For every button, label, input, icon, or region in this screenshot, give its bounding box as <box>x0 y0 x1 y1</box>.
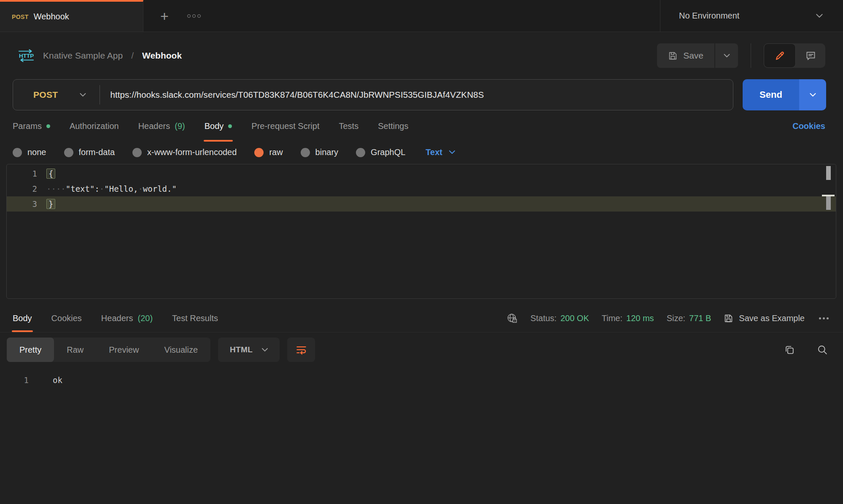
save-button-label: Save <box>683 51 703 61</box>
editor-line-1[interactable]: 1 { <box>7 166 836 181</box>
request-header-row: HTTP Knative Sample App / Webhook Sav <box>0 32 843 79</box>
view-raw[interactable]: Raw <box>54 338 96 362</box>
json-value: "Hello, <box>104 184 138 193</box>
tab-label: Headers <box>101 314 133 323</box>
response-toolbar-right <box>784 344 828 355</box>
method-selector[interactable]: POST <box>13 90 100 100</box>
body-type-none[interactable]: none <box>13 147 46 157</box>
comments-button[interactable] <box>796 43 825 68</box>
line-number: 3 <box>7 199 37 209</box>
editor-scrollbar-thumb[interactable] <box>826 166 831 180</box>
chevron-down-icon <box>262 348 268 352</box>
response-tab-headers[interactable]: Headers (20) <box>101 305 153 332</box>
size-value: 771 B <box>689 314 711 323</box>
response-format-label: HTML <box>230 345 253 354</box>
raw-language-selector[interactable]: Text <box>426 147 455 157</box>
whitespace-dot: · <box>100 184 104 193</box>
code-text: } <box>37 199 55 209</box>
breadcrumb-separator: / <box>131 51 134 61</box>
radio-selected-icon <box>254 148 264 157</box>
editor-line-3-current[interactable]: 3 } <box>7 196 836 212</box>
body-type-x-www-form-urlencoded[interactable]: x-www-form-urlencoded <box>132 147 237 157</box>
tab-settings[interactable]: Settings <box>378 110 408 142</box>
response-tab-test-results[interactable]: Test Results <box>172 305 218 332</box>
save-options-button[interactable] <box>715 43 738 68</box>
view-preview[interactable]: Preview <box>96 338 151 362</box>
tab-tests[interactable]: Tests <box>339 110 358 142</box>
http-request-icon: HTTP <box>18 49 35 62</box>
code-text: ····"text":·"Hello,·world." <box>37 184 177 193</box>
response-tab-cookies[interactable]: Cookies <box>51 305 82 332</box>
wrap-lines-icon <box>296 345 307 355</box>
whitespace-dots: ···· <box>46 184 66 193</box>
whitespace-dot: · <box>138 184 143 193</box>
view-pretty[interactable]: Pretty <box>7 338 54 362</box>
response-meta: Status: 200 OK Time: 120 ms Size: 771 B <box>506 305 829 332</box>
editor-cursor-marker <box>822 195 835 210</box>
response-tabs: Body Cookies Headers (20) Test Results <box>13 305 218 332</box>
body-type-raw[interactable]: raw <box>254 147 283 157</box>
search-response-icon[interactable] <box>817 344 828 355</box>
url-input[interactable] <box>100 90 733 100</box>
editor-line-2[interactable]: 2 ····"text":·"Hello,·world." <box>7 181 836 196</box>
edit-documentation-button[interactable] <box>764 43 796 68</box>
response-text: ok <box>29 375 62 385</box>
open-request-tab[interactable]: POST Webhook <box>0 0 143 32</box>
breadcrumb-collection[interactable]: Knative Sample App <box>43 51 123 61</box>
chevron-down-icon <box>810 93 816 97</box>
response-header-row: Body Cookies Headers (20) Test Results <box>0 305 843 332</box>
environment-selector[interactable]: No Environment <box>660 0 843 32</box>
bracket-match-highlight: } <box>46 199 55 209</box>
send-split-button: Send <box>743 79 826 110</box>
tab-headers[interactable]: Headers (9) <box>138 110 185 142</box>
json-key: "text": <box>66 184 100 193</box>
response-view-controls: Pretty Raw Preview Visualize HTML <box>7 338 315 362</box>
body-type-row: none form-data x-www-form-urlencoded raw… <box>0 142 843 164</box>
response-options-icon[interactable] <box>819 317 829 319</box>
response-tab-body[interactable]: Body <box>13 305 32 332</box>
body-type-binary[interactable]: binary <box>301 147 338 157</box>
time-value: 120 ms <box>626 314 654 323</box>
wrap-lines-button[interactable] <box>287 338 315 362</box>
radio-icon <box>356 148 365 157</box>
tab-label: Authorization <box>70 121 119 131</box>
network-info-icon[interactable] <box>506 313 518 324</box>
tab-params[interactable]: Params <box>13 110 50 142</box>
radio-label: raw <box>269 147 283 157</box>
status-pair: Status: 200 OK <box>531 314 589 323</box>
cookies-link[interactable]: Cookies <box>792 121 825 131</box>
chevron-down-icon <box>724 54 730 58</box>
view-visualize[interactable]: Visualize <box>151 338 210 362</box>
tab-bar: POST Webhook + No Environment <box>0 0 843 32</box>
header-actions: Save <box>657 43 825 68</box>
request-tabs: Params Authorization Headers (9) Body Pr… <box>13 110 408 142</box>
body-type-form-data[interactable]: form-data <box>64 147 115 157</box>
send-button[interactable]: Send <box>743 79 799 110</box>
bracket-match-highlight: { <box>46 169 55 179</box>
url-row: POST Send <box>0 79 843 110</box>
save-button[interactable]: Save <box>657 43 714 68</box>
tab-body[interactable]: Body <box>205 110 232 142</box>
send-options-button[interactable] <box>799 79 826 110</box>
size-pair: Size: 771 B <box>667 314 711 323</box>
copy-response-icon[interactable] <box>784 345 795 355</box>
tab-options-icon[interactable] <box>187 14 201 18</box>
request-body-editor[interactable]: 1 { 2 ····"text":·"Hello,·world." 3 } <box>6 164 836 299</box>
body-type-graphql[interactable]: GraphQL <box>356 147 405 157</box>
environment-label: No Environment <box>679 11 739 21</box>
size-label: Size: <box>667 314 685 323</box>
tab-label: Test Results <box>172 314 218 323</box>
tab-pre-request-script[interactable]: Pre-request Script <box>251 110 319 142</box>
save-as-example-label: Save as Example <box>739 314 805 323</box>
radio-icon <box>301 148 310 157</box>
response-line-1: 1 ok <box>0 373 843 387</box>
save-as-example-button[interactable]: Save as Example <box>724 314 805 323</box>
raw-language-label: Text <box>426 147 442 157</box>
new-tab-button[interactable]: + <box>160 9 169 23</box>
line-number: 2 <box>7 184 37 193</box>
code-text: { <box>37 169 55 178</box>
response-format-selector[interactable]: HTML <box>218 338 280 362</box>
breadcrumb-request-name[interactable]: Webhook <box>142 51 182 61</box>
radio-label: GraphQL <box>371 147 405 157</box>
tab-authorization[interactable]: Authorization <box>70 110 119 142</box>
